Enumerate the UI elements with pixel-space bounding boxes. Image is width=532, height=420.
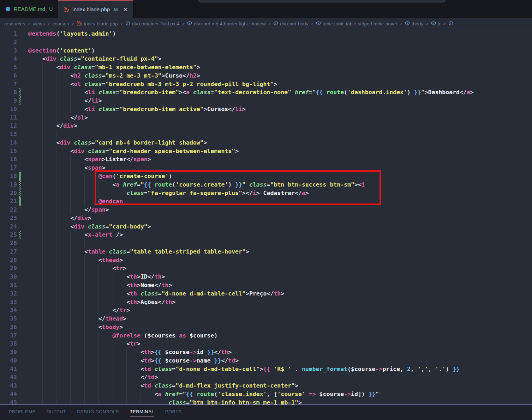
tab-index-blade-php[interactable]: index.blade.phpM✕ (58, 0, 133, 18)
indent-guide (56, 72, 57, 80)
gutter (17, 239, 28, 248)
line-number: 21 (0, 197, 17, 206)
code-line[interactable]: 27 <table class="table table-striped tab… (0, 248, 532, 256)
line-number: 30 (0, 273, 17, 281)
panel-tab-debug-console[interactable]: DEBUG CONSOLE (77, 409, 119, 416)
indent-guide (42, 105, 43, 114)
breadcrumb-item[interactable]: resources (4, 21, 25, 26)
code-line[interactable]: 9 </li> (0, 97, 532, 105)
code-line[interactable]: 5 <div class="mb-1 space-between-element… (0, 63, 532, 72)
breadcrumb-item[interactable]: courses (52, 21, 69, 26)
code-line[interactable]: 20 class="fa-regular fa-square-plus"></i… (0, 189, 532, 197)
code-line[interactable]: 18 @can('create-course') (0, 172, 532, 181)
code-line[interactable]: 29 <tr> (0, 264, 532, 273)
code-line[interactable]: 40 <td>{{ $course->name }}</td> (0, 357, 532, 365)
line-number: 19 (0, 181, 17, 189)
code-line[interactable]: 4 <div class="container-fluid px-4"> (0, 55, 532, 63)
code-line[interactable]: 7 <ol class="breadcrumb mb-3 mt-3 p-2 ro… (0, 80, 532, 89)
gutter (17, 38, 28, 47)
code-line[interactable]: 10 <li class="breadcrumb-item active">Cu… (0, 105, 532, 114)
breadcrumb-item[interactable] (448, 21, 453, 27)
indent-guide (84, 390, 85, 398)
gutter (17, 256, 28, 264)
code-line[interactable]: 6 <h2 class="ms-2 me-3 mt-3">Curso</h2> (0, 72, 532, 80)
breadcrumb-item[interactable]: index.blade.php (77, 20, 118, 27)
code-line[interactable]: 21 @endcan (0, 197, 532, 206)
indent-guide (56, 164, 57, 172)
code-line[interactable]: 44 <a href="{{ route('classe.index', ['c… (0, 390, 532, 398)
code-line[interactable]: 36 <tbody> (0, 323, 532, 331)
code-line[interactable]: 3@section('content') (0, 47, 532, 55)
code-line[interactable]: 25 <x-alert /> (0, 231, 532, 239)
tab-readme-md[interactable]: README.mdU (0, 0, 58, 18)
code-line[interactable]: 35 </thead> (0, 315, 532, 323)
code-text: <th>Nome</th> (28, 281, 172, 290)
code-line[interactable]: 26 (0, 239, 532, 248)
laravel-icon (64, 7, 69, 12)
code-text: </li> (28, 97, 102, 105)
code-text: <th class="d-none d-md-table-cell">Preço… (28, 290, 284, 298)
breadcrumb-item[interactable]: div.card.mb-4.border-light.shadow (187, 21, 265, 27)
code-line[interactable]: 30 <th>ID</th> (0, 273, 532, 281)
indent-guide (70, 348, 71, 357)
code-line[interactable]: 39 <th>{{ $course->id }}</th> (0, 348, 532, 357)
code-line[interactable]: 23 </div> (0, 214, 532, 223)
code-line[interactable]: 42 </td> (0, 373, 532, 382)
code-line[interactable]: 15 <div class="card-header space-between… (0, 147, 532, 156)
code-line[interactable]: 22 </span> (0, 206, 532, 214)
code-line[interactable]: 8 <li class="breadcrumb-item"><a class="… (0, 88, 532, 97)
code-line[interactable]: 31 <th>Nome</th> (0, 281, 532, 290)
line-number: 14 (0, 139, 17, 147)
line-number: 8 (0, 88, 17, 97)
code-line[interactable]: 2 (0, 38, 532, 47)
code-line[interactable]: 24 <div class="card-body"> (0, 223, 532, 231)
line-number: 16 (0, 155, 17, 164)
code-line[interactable]: 34 </tr> (0, 306, 532, 315)
code-line[interactable]: 1@extends('layouts.admin') (0, 30, 532, 38)
code-line[interactable]: 43 <td class="d-md-flex justify-content-… (0, 382, 532, 390)
panel-tab-terminal[interactable]: TERMINAL (130, 409, 154, 416)
code-editor[interactable]: 1@extends('layouts.admin')23@section('co… (0, 30, 532, 404)
code-line[interactable]: 37 @forelse ($courses as $course) (0, 331, 532, 340)
panel-tab-ports[interactable]: PORTS (165, 409, 182, 416)
code-line[interactable]: 17 <span> (0, 164, 532, 172)
indent-guide (84, 323, 85, 331)
code-line[interactable]: 13 (0, 130, 532, 139)
code-line[interactable]: 12 </div> (0, 122, 532, 130)
code-line[interactable]: 19 <a href="{{ route('course.create') }}… (0, 181, 532, 189)
breadcrumb-item[interactable]: tbody (405, 21, 423, 27)
code-line[interactable]: 16 <span>Listar</span> (0, 155, 532, 164)
breadcrumb-item[interactable]: div.container-fluid.px-4 (125, 21, 180, 27)
panel-tab-output[interactable]: OUTPUT (46, 409, 66, 416)
indent-guide (70, 315, 71, 323)
code-line[interactable]: 14 <div class="card mb-4 border-light sh… (0, 139, 532, 147)
chevron-right-icon: > (47, 21, 50, 26)
breadcrumb-item[interactable]: views (33, 21, 45, 26)
close-icon[interactable]: ✕ (123, 6, 128, 13)
breadcrumb-label: div.container-fluid.px-4 (132, 21, 180, 26)
code-line[interactable]: 38 <tr> (0, 340, 532, 348)
line-number: 5 (0, 63, 17, 72)
git-added-marker (19, 172, 21, 181)
breadcrumb-item[interactable]: tr (431, 21, 441, 27)
indent-guide (113, 189, 113, 197)
git-modified-marker (19, 97, 21, 105)
command-center[interactable] (198, 0, 446, 2)
code-text: <li class="breadcrumb-item active">Curso… (28, 105, 246, 114)
indent-guide (70, 290, 71, 298)
indent-guide (70, 382, 71, 390)
code-line[interactable]: 41 <td class="d-none d-md-table-cell">{{… (0, 365, 532, 373)
code-line[interactable]: 11 </ol> (0, 114, 532, 122)
gutter (17, 331, 28, 340)
panel-tab-problems[interactable]: PROBLEMS (9, 409, 35, 416)
code-line[interactable]: 28 <thead> (0, 256, 532, 264)
code-line[interactable]: 32 <th class="d-none d-md-table-cell">Pr… (0, 290, 532, 298)
code-line[interactable]: 33 <th>Ações</th> (0, 298, 532, 306)
code-text: <span>Listar</span> (28, 155, 151, 164)
indent-guide (56, 97, 57, 105)
indent-guide (84, 290, 85, 298)
indent-guide (42, 189, 43, 197)
breadcrumb-item[interactable]: div.card-body (273, 21, 308, 27)
breadcrumb-item[interactable]: table.table.table-striped.table-hover (316, 21, 397, 27)
code-line[interactable]: 45 class="btn btn-info btn-sm me-1 mb-1"… (0, 398, 532, 404)
